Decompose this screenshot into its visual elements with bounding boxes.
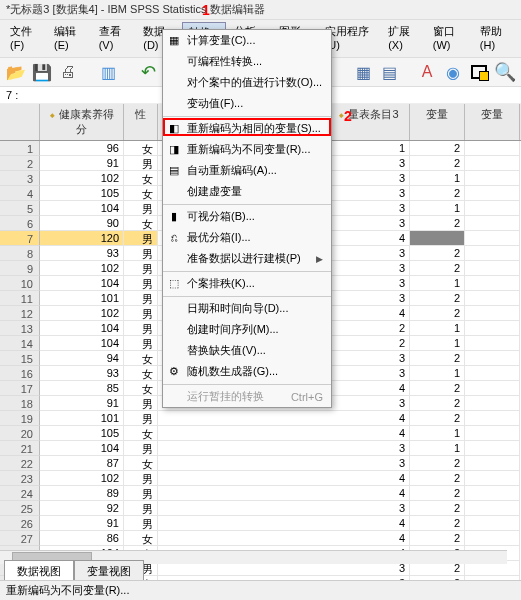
cell-sex[interactable]: 男 xyxy=(124,276,158,291)
cell-score[interactable]: 120 xyxy=(40,231,124,246)
cell-score[interactable]: 104 xyxy=(40,441,124,456)
row-number[interactable]: 9 xyxy=(0,261,40,276)
menu-view[interactable]: 查看(V) xyxy=(93,22,136,55)
cell-var2[interactable] xyxy=(465,261,520,276)
cell-var2[interactable] xyxy=(465,201,520,216)
cell-item3[interactable]: 3 xyxy=(328,186,410,201)
menu-item[interactable]: 创建虚变量 xyxy=(163,181,331,202)
chart-icon[interactable]: ▦ xyxy=(353,62,373,82)
cell-sex[interactable]: 女 xyxy=(124,531,158,546)
row-number[interactable]: 15 xyxy=(0,351,40,366)
cell-item3[interactable]: 3 xyxy=(328,216,410,231)
row-number[interactable]: 19 xyxy=(0,411,40,426)
cell-sex[interactable]: 女 xyxy=(124,186,158,201)
cell-item3[interactable]: 4 xyxy=(328,381,410,396)
menu-item[interactable]: ▮可视分箱(B)... xyxy=(163,204,331,227)
cell-score[interactable]: 102 xyxy=(40,306,124,321)
cell-sex[interactable]: 女 xyxy=(124,216,158,231)
cell-score[interactable]: 101 xyxy=(40,291,124,306)
cell-var1[interactable]: 2 xyxy=(410,486,465,501)
row-number[interactable]: 25 xyxy=(0,501,40,516)
cell-score[interactable]: 93 xyxy=(40,366,124,381)
cell-item3[interactable]: 4 xyxy=(328,411,410,426)
row-number[interactable]: 3 xyxy=(0,171,40,186)
cell-item3[interactable]: 4 xyxy=(328,486,410,501)
cell-var1[interactable]: 2 xyxy=(410,456,465,471)
cell-var1[interactable]: 1 xyxy=(410,366,465,381)
cell-score[interactable]: 104 xyxy=(40,336,124,351)
menu-item[interactable]: 替换缺失值(V)... xyxy=(163,340,331,361)
cell-item3[interactable]: 4 xyxy=(328,516,410,531)
cell-var1[interactable]: 2 xyxy=(410,216,465,231)
cell-sex[interactable]: 男 xyxy=(124,441,158,456)
row-number[interactable]: 13 xyxy=(0,321,40,336)
cell-item3[interactable]: 3 xyxy=(328,246,410,261)
row-number[interactable]: 8 xyxy=(0,246,40,261)
cell-sex[interactable]: 女 xyxy=(124,141,158,156)
cell-var2[interactable] xyxy=(465,186,520,201)
cell-var1[interactable]: 1 xyxy=(410,441,465,456)
cell-score[interactable]: 86 xyxy=(40,531,124,546)
cell-score[interactable]: 92 xyxy=(40,501,124,516)
cell-item3[interactable]: 4 xyxy=(328,426,410,441)
cell-sex[interactable]: 男 xyxy=(124,501,158,516)
cell-sex[interactable]: 男 xyxy=(124,231,158,246)
cell-var1[interactable]: 2 xyxy=(410,381,465,396)
col-header-score[interactable]: ⬥ 健康素养得分 xyxy=(40,104,124,140)
row-number[interactable]: 11 xyxy=(0,291,40,306)
cell-score[interactable]: 105 xyxy=(40,186,124,201)
row-number[interactable]: 10 xyxy=(0,276,40,291)
cell-var1[interactable]: 2 xyxy=(410,351,465,366)
cell-item3[interactable]: 4 xyxy=(328,531,410,546)
col-header-item3[interactable]: ⬥ 量表条目3 xyxy=(328,104,410,140)
cell-item3[interactable]: 2 xyxy=(328,336,410,351)
cell-score[interactable]: 93 xyxy=(40,246,124,261)
cell-score[interactable]: 91 xyxy=(40,516,124,531)
cell-sex[interactable]: 男 xyxy=(124,291,158,306)
cell-item3[interactable]: 3 xyxy=(328,351,410,366)
row-number[interactable]: 14 xyxy=(0,336,40,351)
cell-score[interactable]: 102 xyxy=(40,171,124,186)
report-icon[interactable]: ▤ xyxy=(379,62,399,82)
cell-var2[interactable] xyxy=(465,516,520,531)
cell-score[interactable]: 85 xyxy=(40,381,124,396)
recall-icon[interactable]: ▥ xyxy=(98,62,118,82)
row-number[interactable]: 27 xyxy=(0,531,40,546)
cell-var1[interactable]: 2 xyxy=(410,291,465,306)
cell-var1[interactable]: 1 xyxy=(410,171,465,186)
menu-item[interactable]: 可编程性转换... xyxy=(163,51,331,72)
cell-var2[interactable] xyxy=(465,351,520,366)
cell-item3[interactable]: 3 xyxy=(328,156,410,171)
cell-sex[interactable]: 男 xyxy=(124,486,158,501)
cell-item3[interactable]: 4 xyxy=(328,231,410,246)
table-row[interactable]: 21104男31 xyxy=(0,441,521,456)
cell-score[interactable]: 87 xyxy=(40,456,124,471)
cell-var1[interactable]: 2 xyxy=(410,411,465,426)
row-number[interactable]: 26 xyxy=(0,516,40,531)
row-number[interactable]: 4 xyxy=(0,186,40,201)
table-row[interactable]: 2691男42 xyxy=(0,516,521,531)
col-header-sex[interactable]: 性 xyxy=(124,104,158,140)
cell-score[interactable]: 96 xyxy=(40,141,124,156)
cell-var1[interactable]: 2 xyxy=(410,471,465,486)
save-icon[interactable]: 💾 xyxy=(32,62,52,82)
cell-sex[interactable]: 女 xyxy=(124,366,158,381)
menu-item[interactable]: ⚙随机数生成器(G)... xyxy=(163,361,331,382)
row-number[interactable]: 21 xyxy=(0,441,40,456)
cell-sex[interactable]: 男 xyxy=(124,246,158,261)
cell-item3[interactable]: 3 xyxy=(328,201,410,216)
cell-var1[interactable]: 2 xyxy=(410,501,465,516)
cell-var2[interactable] xyxy=(465,216,520,231)
cell-var1[interactable]: 2 xyxy=(410,261,465,276)
row-number[interactable]: 16 xyxy=(0,366,40,381)
cell-score[interactable]: 94 xyxy=(40,351,124,366)
cell-score[interactable]: 104 xyxy=(40,276,124,291)
cell-sex[interactable]: 男 xyxy=(124,306,158,321)
cell-sex[interactable]: 男 xyxy=(124,336,158,351)
cell-sex[interactable]: 男 xyxy=(124,261,158,276)
cell-var2[interactable] xyxy=(465,291,520,306)
row-number[interactable]: 23 xyxy=(0,471,40,486)
select-icon[interactable] xyxy=(469,62,489,82)
cell-var2[interactable] xyxy=(465,156,520,171)
cell-sex[interactable]: 女 xyxy=(124,381,158,396)
